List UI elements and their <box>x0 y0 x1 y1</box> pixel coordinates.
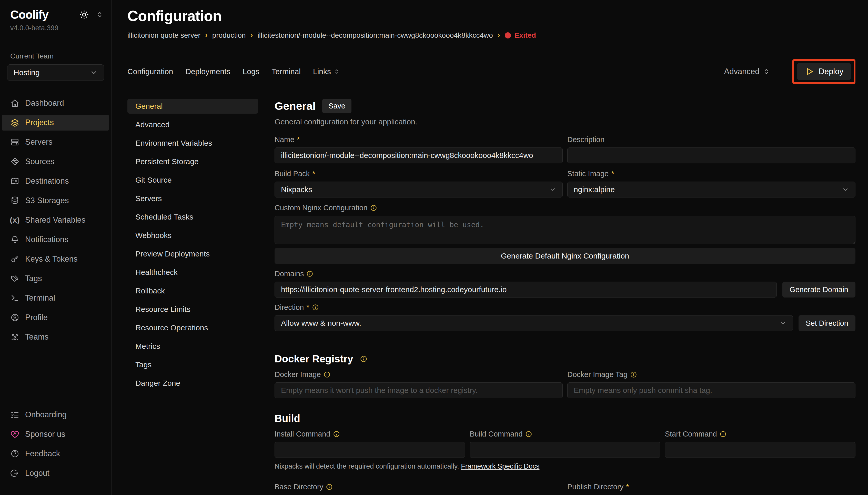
direction-label: Direction <box>274 303 304 312</box>
sidebar-item-projects[interactable]: Projects <box>2 115 109 131</box>
build-pack-select[interactable]: Nixpacks <box>274 182 563 198</box>
custom-nginx-textarea[interactable] <box>274 216 855 244</box>
app-logo: Coolify <box>10 8 49 21</box>
subnav-item-webhooks[interactable]: Webhooks <box>127 228 258 243</box>
tab-bar: Configuration Deployments Logs Terminal … <box>127 59 855 84</box>
sidebar-item-profile[interactable]: Profile <box>2 310 109 325</box>
sidebar-item-tags[interactable]: Tags <box>2 271 109 287</box>
advanced-dropdown[interactable]: Advanced <box>724 67 770 76</box>
subnav-item-environment-variables[interactable]: Environment Variables <box>127 136 258 151</box>
nixpacks-note-text: Nixpacks will detect the required config… <box>274 462 461 470</box>
theme-toggle-sun-icon[interactable] <box>79 10 89 20</box>
generate-domain-button[interactable]: Generate Domain <box>782 281 855 297</box>
general-form: General Save General configuration for y… <box>274 99 855 495</box>
subnav-item-resource-limits[interactable]: Resource Limits <box>127 302 258 317</box>
install-command-input[interactable] <box>274 442 465 458</box>
start-command-input[interactable] <box>665 442 855 458</box>
domains-input[interactable] <box>274 281 777 297</box>
sidebar-item-notifications[interactable]: Notifications <box>2 232 109 248</box>
breadcrumb: illicitonion quote server › production ›… <box>127 31 855 40</box>
status-dot-icon <box>505 32 511 38</box>
sidebar-item-label: Notifications <box>25 235 68 244</box>
sidebar-item-terminal[interactable]: Terminal <box>2 290 109 306</box>
sidebar-item-destinations[interactable]: Destinations <box>2 173 109 189</box>
save-button[interactable]: Save <box>322 99 352 113</box>
subnav-item-healthcheck[interactable]: Healthcheck <box>127 265 258 280</box>
info-icon <box>326 483 333 490</box>
framework-docs-link[interactable]: Framework Specific Docs <box>461 462 539 470</box>
static-image-select[interactable]: nginx:alpine <box>567 182 855 198</box>
sidebar-footer-nav: Onboarding Sponsor us Feedback Logout <box>0 407 111 485</box>
subnav-item-tags[interactable]: Tags <box>127 357 258 372</box>
subnav-item-metrics[interactable]: Metrics <box>127 339 258 354</box>
sidebar-item-onboarding[interactable]: Onboarding <box>2 407 109 423</box>
static-image-value: nginx:alpine <box>574 185 615 194</box>
subnav-item-advanced[interactable]: Advanced <box>127 117 258 132</box>
sidebar-item-feedback[interactable]: Feedback <box>2 446 109 462</box>
sidebar-item-label: Profile <box>25 313 48 322</box>
sidebar-item-label: Projects <box>25 118 54 127</box>
subnav-item-danger-zone[interactable]: Danger Zone <box>127 376 258 391</box>
users-icon <box>10 332 19 341</box>
tab-logs[interactable]: Logs <box>243 67 260 76</box>
subnav-item-rollback[interactable]: Rollback <box>127 284 258 298</box>
breadcrumb-environment[interactable]: production <box>212 31 246 39</box>
subnav-item-servers[interactable]: Servers <box>127 191 258 206</box>
tab-links[interactable]: Links <box>313 67 340 76</box>
name-input[interactable] <box>274 148 563 164</box>
sidebar-item-label: Sponsor us <box>25 430 65 439</box>
sidebar-item-shared-variables[interactable]: (x) Shared Variables <box>2 212 109 228</box>
chevrons-up-down-icon <box>334 68 340 75</box>
key-icon <box>10 255 19 263</box>
docker-image-input[interactable] <box>274 382 563 398</box>
info-icon <box>323 371 331 378</box>
info-icon <box>720 431 726 438</box>
sidebar-nav: Dashboard Projects Servers Sources Desti… <box>0 95 111 348</box>
tab-links-label: Links <box>313 67 331 76</box>
status-badge: Exited <box>505 31 536 39</box>
docker-image-tag-input[interactable] <box>567 382 855 398</box>
sidebar-item-sources[interactable]: Sources <box>2 154 109 170</box>
build-command-label: Build Command <box>470 430 522 438</box>
sidebar-item-keys-tokens[interactable]: Keys & Tokens <box>2 251 109 267</box>
subnav-item-preview-deployments[interactable]: Preview Deployments <box>127 246 258 261</box>
description-input[interactable] <box>567 148 855 164</box>
deploy-button[interactable]: Deploy <box>797 63 851 80</box>
set-direction-button[interactable]: Set Direction <box>799 315 855 331</box>
docker-image-tag-label: Docker Image Tag <box>567 370 627 379</box>
subnav-item-scheduled-tasks[interactable]: Scheduled Tasks <box>127 209 258 224</box>
info-icon <box>333 431 340 438</box>
app-version: v4.0.0-beta.399 <box>10 24 111 32</box>
sidebar-item-dashboard[interactable]: Dashboard <box>2 95 109 111</box>
subnav-item-resource-operations[interactable]: Resource Operations <box>127 320 258 335</box>
tab-deployments[interactable]: Deployments <box>185 67 230 76</box>
required-marker: * <box>306 303 309 312</box>
tab-configuration[interactable]: Configuration <box>127 67 173 76</box>
subnav-item-general[interactable]: General <box>127 99 258 114</box>
section-subtitle: General configuration for your applicati… <box>274 118 855 126</box>
tab-terminal[interactable]: Terminal <box>272 67 301 76</box>
git-icon <box>10 157 19 166</box>
sidebar-item-teams[interactable]: Teams <box>2 329 109 345</box>
description-label: Description <box>567 135 604 144</box>
terminal-icon <box>10 294 19 302</box>
sidebar-item-logout[interactable]: Logout <box>2 465 109 481</box>
build-command-input[interactable] <box>470 442 660 458</box>
breadcrumb-project[interactable]: illicitonion quote server <box>127 31 200 39</box>
direction-select[interactable]: Allow www & non-www. <box>274 315 793 331</box>
sidebar-item-s3-storages[interactable]: S3 Storages <box>2 193 109 208</box>
info-icon <box>306 270 313 277</box>
generate-nginx-config-button[interactable]: Generate Default Nginx Configuration <box>274 248 855 264</box>
help-circle-icon <box>10 449 19 458</box>
breadcrumb-application[interactable]: illicitestonion/-module--decomposition:m… <box>258 31 493 39</box>
subnav-item-git-source[interactable]: Git Source <box>127 173 258 187</box>
section-title-general: General <box>274 100 316 112</box>
tags-icon <box>10 274 19 283</box>
current-team-label: Current Team <box>10 52 111 60</box>
theme-select-chevrons-icon[interactable] <box>96 11 104 18</box>
subnav-item-persistent-storage[interactable]: Persistent Storage <box>127 154 258 169</box>
info-icon <box>360 355 367 363</box>
sidebar-item-servers[interactable]: Servers <box>2 134 109 150</box>
team-select[interactable]: Hosting <box>7 64 104 81</box>
sidebar-item-sponsor-us[interactable]: Sponsor us <box>2 426 109 442</box>
